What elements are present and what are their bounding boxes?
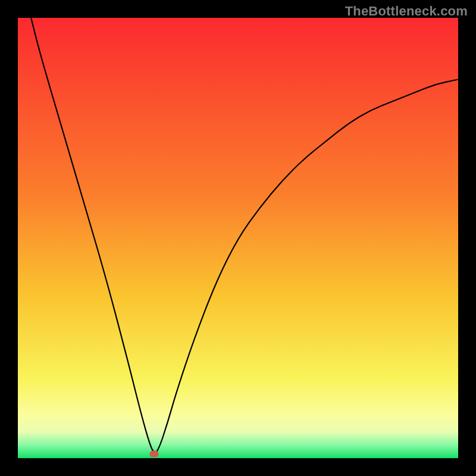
chart-frame: TheBottleneck.com [0, 0, 476, 476]
curve-svg [18, 18, 458, 458]
bottleneck-curve-path [31, 18, 458, 452]
plot-area [18, 18, 458, 458]
minimum-marker [150, 450, 159, 457]
watermark-text: TheBottleneck.com [345, 4, 468, 19]
